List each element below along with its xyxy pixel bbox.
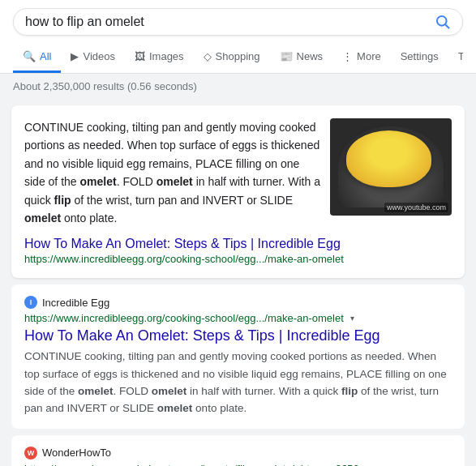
nav-settings: Settings Tools — [391, 42, 463, 73]
results-area: I Incredible Egg https://www.incrediblee… — [0, 284, 476, 466]
result-title-link[interactable]: How To Make An Omelet: Steps & Tips | In… — [24, 327, 452, 344]
more-icon: ⋮ — [342, 50, 353, 62]
result-url-line: I Incredible Egg — [24, 296, 452, 309]
tab-videos[interactable]: ▶ Videos — [61, 42, 125, 73]
result-count: About 2,350,000 results (0.56 seconds) — [0, 74, 476, 99]
result-full-url-line: https://egg-recipes.wonderhowto.com/how-… — [24, 463, 452, 466]
search-box — [13, 8, 463, 36]
settings-label: Settings — [401, 50, 439, 62]
tools-label: Tools — [458, 50, 463, 62]
result-full-url-line: https://www.incredibleegg.org/cooking-sc… — [24, 312, 452, 324]
tab-more[interactable]: ⋮ More — [332, 42, 391, 73]
tab-all-label: All — [40, 50, 51, 62]
featured-snippet-card: CONTINUE cooking, tilting pan and gently… — [11, 105, 465, 278]
featured-snippet-url: https://www.incredibleegg.org/cooking-sc… — [24, 253, 452, 265]
result-snippet: CONTINUE cooking, tilting pan and gently… — [24, 348, 452, 417]
header: 🔍 All ▶ Videos 🖼 Images ◇ Shopping 📰 New… — [0, 0, 476, 74]
omelet-egg-visual — [346, 130, 431, 187]
tab-videos-label: Videos — [83, 50, 115, 62]
news-icon: 📰 — [280, 50, 293, 62]
result-url-line: W WonderHowTo — [24, 447, 452, 460]
result-dropdown-arrow[interactable]: ▾ — [350, 314, 354, 323]
tab-shopping[interactable]: ◇ Shopping — [194, 42, 270, 73]
result-item: I Incredible Egg https://www.incrediblee… — [11, 284, 465, 428]
result-url: https://www.incredibleegg.org/cooking-sc… — [24, 312, 344, 324]
search-button[interactable] — [435, 14, 451, 30]
featured-image-wrap: www.youtube.com — [330, 118, 452, 227]
result-url: https://egg-recipes.wonderhowto.com/how-… — [24, 463, 367, 466]
image-source: www.youtube.com — [384, 203, 448, 212]
tab-news[interactable]: 📰 News — [270, 42, 333, 73]
result-item: W WonderHowTo https://egg-recipes.wonder… — [11, 435, 465, 466]
featured-snippet-text: CONTINUE cooking, tilting pan and gently… — [24, 118, 320, 227]
videos-icon: ▶ — [71, 50, 79, 62]
featured-snippet-title-link[interactable]: How To Make An Omelet: Steps & Tips | In… — [24, 237, 452, 251]
tab-images-label: Images — [149, 50, 184, 62]
settings-tab[interactable]: Settings — [391, 42, 448, 73]
tab-images[interactable]: 🖼 Images — [125, 42, 194, 73]
result-site-name: WonderHowTo — [42, 447, 111, 459]
featured-image: www.youtube.com — [330, 118, 452, 216]
search-bar-row — [13, 8, 463, 36]
tab-shopping-label: Shopping — [216, 50, 260, 62]
result-site-name: Incredible Egg — [42, 297, 109, 309]
search-icon — [435, 14, 451, 30]
search-input[interactable] — [25, 15, 435, 29]
all-icon: 🔍 — [23, 50, 36, 62]
nav-tabs: 🔍 All ▶ Videos 🖼 Images ◇ Shopping 📰 New… — [13, 42, 463, 73]
svg-line-1 — [445, 24, 449, 28]
shopping-icon: ◇ — [204, 50, 212, 62]
tab-more-label: More — [357, 50, 381, 62]
result-favicon: W — [24, 447, 37, 460]
images-icon: 🖼 — [135, 50, 145, 62]
tab-all[interactable]: 🔍 All — [13, 42, 61, 73]
tools-tab[interactable]: Tools — [448, 42, 463, 73]
result-favicon: I — [24, 296, 37, 309]
tab-news-label: News — [297, 50, 324, 62]
featured-card-content: CONTINUE cooking, tilting pan and gently… — [24, 118, 452, 227]
